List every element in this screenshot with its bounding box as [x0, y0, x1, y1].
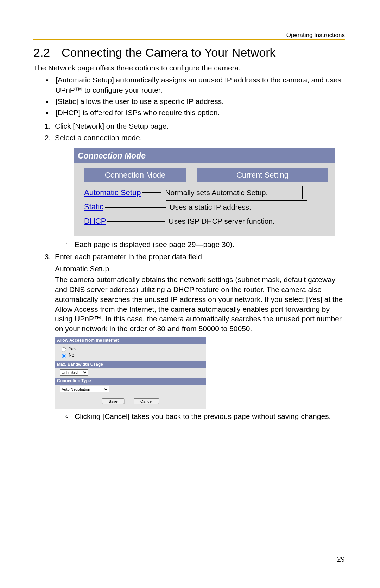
option-automatic-setup: [Automatic Setup] automatically assigns … [53, 75, 345, 95]
page-number: 29 [337, 555, 345, 563]
allow-access-title: Allow Access from the Internet [55, 337, 206, 344]
radio-yes-label[interactable]: Yes [60, 346, 203, 352]
step-3-text: Enter each parameter in the proper data … [55, 252, 345, 262]
desc-static: Uses a static IP address. [166, 200, 307, 213]
step-2: Select a connection mode. Connection Mod… [53, 132, 345, 249]
option-static: [Static] allows the user to use a specif… [53, 97, 345, 106]
save-button[interactable]: Save [102, 398, 124, 404]
connection-mode-panel: Connection Mode Connection Mode Current … [74, 148, 335, 236]
desc-automatic-setup: Normally sets Automatic Setup. [161, 186, 303, 199]
section-number: 2.2 [33, 46, 62, 60]
each-page-note-list: Each page is displayed (see page 29—page… [55, 240, 345, 249]
option-dhcp: [DHCP] is offered for ISPs who require t… [53, 108, 345, 118]
radio-no-text: No [69, 353, 74, 358]
connection-type-title: Connection Type [55, 378, 206, 385]
cancel-note: Clicking [Cancel] takes you back to the … [72, 411, 345, 421]
radio-no[interactable] [62, 354, 66, 358]
automatic-setup-paragraph: The camera automatically obtains the net… [55, 275, 345, 333]
automatic-setup-subheading: Automatic Setup [55, 264, 345, 274]
connection-type-body: Auto Negotiation [55, 385, 206, 395]
link-static[interactable]: Static [84, 202, 103, 212]
conn-row-automatic: Automatic Setup Normally sets Automatic … [84, 186, 328, 199]
options-list: [Automatic Setup] automatically assigns … [33, 75, 345, 118]
col-connection-mode: Connection Mode [84, 168, 186, 183]
connection-mode-body: Connection Mode Current Setting Automati… [74, 163, 335, 236]
header-rule [33, 39, 345, 40]
link-automatic-setup[interactable]: Automatic Setup [84, 187, 141, 198]
radio-yes[interactable] [62, 347, 66, 352]
radio-yes-text: Yes [69, 346, 76, 351]
conn-row-dhcp: DHCP Uses ISP DHCP server function. [84, 215, 328, 228]
connection-type-select[interactable]: Auto Negotiation [60, 386, 109, 392]
radio-no-label[interactable]: No [60, 353, 203, 358]
section-heading: 2.2Connecting the Camera to Your Network [33, 46, 345, 60]
bandwidth-body: Unlimited [55, 368, 206, 378]
step-2-text: Select a connection mode. [55, 134, 142, 142]
step-3: Enter each parameter in the proper data … [53, 252, 345, 421]
connector-line [105, 207, 166, 208]
conn-row-static: Static Uses a static IP address. [84, 200, 328, 213]
allow-access-body: Yes No [55, 344, 206, 361]
link-dhcp[interactable]: DHCP [84, 216, 106, 227]
col-current-setting: Current Setting [197, 168, 328, 183]
intro-paragraph: The Network page offers three options to… [33, 63, 345, 73]
connection-mode-header-row: Connection Mode Current Setting [84, 168, 328, 183]
settings-button-row: Save Cancel [55, 395, 206, 409]
connector-line [107, 221, 165, 222]
connection-mode-title: Connection Mode [74, 148, 335, 163]
cancel-button[interactable]: Cancel [134, 398, 159, 404]
section-title-text: Connecting the Camera to Your Network [62, 46, 276, 59]
page: Operating Instructions 2.2Connecting the… [0, 0, 380, 588]
step-1: Click [Network] on the Setup page. [53, 121, 345, 131]
bandwidth-select[interactable]: Unlimited [60, 369, 88, 376]
each-page-note: Each page is displayed (see page 29—page… [72, 240, 345, 249]
cancel-note-list: Clicking [Cancel] takes you back to the … [55, 411, 345, 421]
steps-list: Click [Network] on the Setup page. Selec… [33, 121, 345, 422]
content-block: 2.2Connecting the Camera to Your Network… [33, 46, 345, 423]
connector-line [142, 192, 161, 193]
bandwidth-title: Max. Bandwidth Usage [55, 361, 206, 368]
desc-dhcp: Uses ISP DHCP server function. [165, 215, 306, 228]
settings-panel: Allow Access from the Internet Yes No [55, 337, 206, 409]
running-header: Operating Instructions [286, 32, 345, 39]
